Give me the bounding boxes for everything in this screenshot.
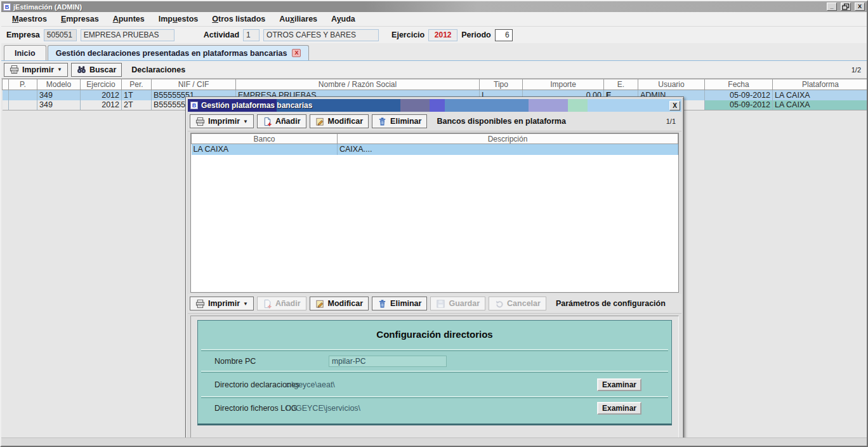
dropdown-caret-icon: ▼: [243, 119, 248, 124]
app-window: B jEstimación (ADMIN) _ X Maestros Empre…: [0, 0, 868, 447]
actividad-label: Actividad: [204, 30, 239, 39]
actividad-name-field[interactable]: OTROS CAFES Y BARES: [263, 29, 379, 41]
banks-table[interactable]: Banco Descripción LA CAIXA CAIXA....: [191, 133, 678, 155]
dialog-close-button[interactable]: X: [669, 101, 680, 110]
nombre-pc-row: Nombre PC mpilar-PC: [198, 351, 671, 371]
empresa-code-field[interactable]: 505051: [44, 29, 77, 41]
examinar-log-button[interactable]: Examinar: [597, 402, 641, 415]
col-modelo[interactable]: Modelo: [37, 79, 81, 90]
cfg-guardar-button: Guardar: [430, 297, 485, 310]
menu-bar: Maestros Empresas Apuntes Impuestos Otro…: [1, 12, 867, 27]
buscar-button[interactable]: Buscar: [71, 63, 122, 77]
col-importe[interactable]: Importe: [523, 79, 604, 90]
binoculars-icon: [77, 65, 86, 74]
menu-maestros[interactable]: Maestros: [5, 13, 54, 25]
config-toolbar: Imprimir ▼ Añadir Modificar Eliminar Gua…: [188, 294, 681, 314]
dlg-anadir-button[interactable]: Añadir: [257, 114, 306, 128]
config-title: Configuración directorios: [198, 321, 671, 349]
col-rowhead: [3, 79, 9, 90]
dropdown-caret-icon: ▼: [57, 67, 62, 72]
save-icon: [436, 299, 445, 309]
dir-log-row: Directorio ficheros LOG C:\GEYCE\jservic…: [198, 398, 671, 418]
cfg-anadir-button: Añadir: [257, 297, 306, 310]
cfg-imprimir-button[interactable]: Imprimir ▼: [190, 297, 254, 310]
col-p[interactable]: P.: [9, 79, 37, 90]
col-usuario[interactable]: Usuario: [638, 79, 705, 90]
config-panel-title: Parámetros de configuración: [556, 299, 666, 308]
actividad-code-field[interactable]: 1: [243, 29, 260, 41]
restore-icon: [841, 3, 850, 11]
dir-declaraciones-row: Directorio declaraciones c:\geyce\aeat\ …: [198, 373, 671, 396]
printer-icon: [195, 117, 205, 126]
close-button[interactable]: X: [855, 3, 865, 11]
col-fecha[interactable]: Fecha: [705, 79, 773, 90]
restore-button[interactable]: [841, 3, 851, 11]
dlg-imprimir-button[interactable]: Imprimir ▼: [190, 114, 254, 128]
main-pager: 1/2: [852, 66, 861, 74]
config-container: Configuración directorios Nombre PC mpil…: [190, 316, 679, 439]
periodo-field[interactable]: 6: [495, 29, 513, 41]
dlg-eliminar-button[interactable]: Eliminar: [372, 114, 427, 128]
col-per[interactable]: Per.: [122, 79, 152, 90]
table-header-row: P. Modelo Ejercicio Per. NIF / CIF Nombr…: [3, 79, 868, 90]
plataformas-dialog: B Gestión plataformas bancarias X Imprim…: [185, 97, 684, 441]
empresa-name-field[interactable]: EMPRESA PRUEBAS: [81, 29, 174, 41]
examinar-declaraciones-button[interactable]: Examinar: [597, 378, 641, 391]
cfg-modificar-button[interactable]: Modificar: [310, 297, 369, 310]
dir-log-value[interactable]: C:\GEYCE\jservicios\: [286, 404, 597, 413]
dropdown-caret-icon: ▼: [243, 301, 248, 307]
add-icon: [263, 299, 272, 309]
banks-toolbar: Imprimir ▼ Añadir Modificar Eliminar Ban…: [188, 112, 681, 131]
tab-strip: Inicio Gestión declaraciones presentadas…: [1, 43, 867, 61]
col-ejercicio[interactable]: Ejercicio: [81, 79, 122, 90]
ejercicio-label: Ejercicio: [391, 30, 424, 39]
cfg-cancelar-button: Cancelar: [489, 297, 546, 310]
edit-icon: [315, 117, 325, 126]
menu-impuestos[interactable]: Impuestos: [152, 13, 206, 25]
printer-icon: [10, 65, 19, 74]
col-descripcion[interactable]: Descripción: [338, 134, 678, 144]
col-tipo[interactable]: Tipo: [480, 79, 523, 90]
app-icon: B: [3, 3, 11, 11]
menu-apuntes[interactable]: Apuntes: [106, 13, 152, 25]
bank-row[interactable]: LA CAIXA CAIXA....: [192, 144, 678, 155]
col-plataforma[interactable]: Plataforma: [773, 79, 868, 90]
add-icon: [263, 117, 272, 126]
menu-ayuda[interactable]: Ayuda: [324, 13, 362, 25]
col-nif[interactable]: NIF / CIF: [152, 79, 236, 90]
col-banco[interactable]: Banco: [192, 134, 338, 144]
trash-icon: [378, 117, 387, 126]
minimize-button[interactable]: _: [827, 3, 837, 11]
company-form-bar: Empresa 505051 EMPRESA PRUEBAS Actividad…: [1, 27, 867, 43]
ejercicio-field[interactable]: 2012: [428, 29, 457, 41]
empresa-label: Empresa: [6, 30, 40, 39]
banks-header-row: Banco Descripción: [192, 134, 678, 144]
dir-declaraciones-label: Directorio declaraciones: [214, 380, 286, 389]
dir-declaraciones-value[interactable]: c:\geyce\aeat\: [286, 380, 597, 389]
window-bottom-strip: [1, 437, 867, 446]
banks-table-panel: Banco Descripción LA CAIXA CAIXA....: [190, 133, 679, 293]
col-e[interactable]: E.: [604, 79, 638, 90]
menu-otros-listados[interactable]: Otros listados: [205, 13, 272, 25]
tab-gestion-declaraciones[interactable]: Gestión declaraciones presentadas en pla…: [48, 45, 310, 60]
tab-close-icon[interactable]: X: [292, 49, 301, 57]
window-titlebar: B jEstimación (ADMIN) _ X: [1, 1, 867, 12]
menu-auxiliares[interactable]: Auxiliares: [272, 13, 324, 25]
nombre-pc-field[interactable]: mpilar-PC: [329, 356, 447, 367]
menu-empresas[interactable]: Empresas: [54, 13, 106, 25]
dialog-app-icon: B: [190, 102, 198, 109]
dialog-titlebar: B Gestión plataformas bancarias X: [188, 99, 681, 112]
col-nombre[interactable]: Nombre / Razón Social: [236, 79, 480, 90]
dlg-modificar-button[interactable]: Modificar: [310, 114, 369, 128]
banks-pager: 1/1: [666, 117, 676, 125]
nombre-pc-label: Nombre PC: [214, 357, 329, 366]
dir-log-label: Directorio ficheros LOG: [214, 404, 286, 413]
tab-inicio[interactable]: Inicio: [4, 45, 46, 60]
dialog-title: Gestión plataformas bancarias: [201, 101, 666, 110]
undo-icon: [494, 299, 504, 309]
trash-icon: [378, 299, 387, 309]
imprimir-button[interactable]: Imprimir ▼: [4, 63, 68, 77]
edit-icon: [315, 299, 325, 309]
cfg-eliminar-button[interactable]: Eliminar: [372, 297, 427, 310]
tab-label: Gestión declaraciones presentadas en pla…: [56, 49, 287, 58]
